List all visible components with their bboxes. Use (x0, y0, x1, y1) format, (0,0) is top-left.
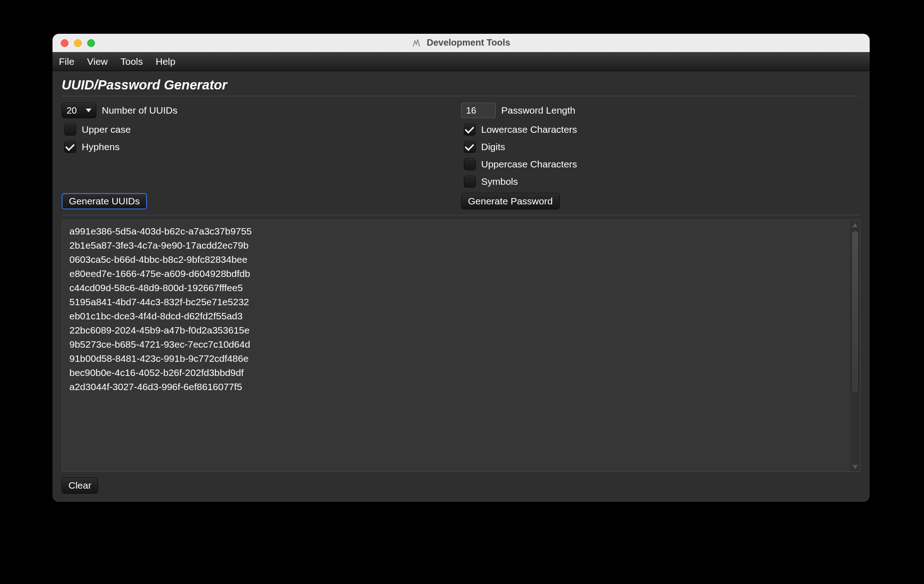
pw-digits-checkbox[interactable] (464, 141, 476, 153)
password-length-label: Password Length (501, 105, 575, 116)
pw-lowercase-checkbox[interactable] (464, 124, 476, 136)
window-title: Development Tools (427, 37, 510, 47)
uuid-uppercase-label: Upper case (82, 124, 131, 135)
pw-lowercase-label: Lowercase Characters (481, 124, 577, 135)
scroll-thumb[interactable] (851, 230, 859, 393)
close-window-button[interactable] (61, 39, 68, 47)
window-controls (61, 39, 95, 47)
pw-digits-label: Digits (481, 141, 505, 152)
password-panel: Password Length Lowercase Characters Dig… (461, 103, 861, 209)
uuid-hyphens-label: Hyphens (82, 141, 120, 152)
pw-uppercase-checkbox[interactable] (464, 158, 476, 170)
uuid-count-label: Number of UUIDs (102, 105, 178, 116)
menu-file[interactable]: File (59, 56, 74, 67)
clear-button[interactable]: Clear (62, 477, 98, 494)
scroll-up-icon[interactable] (850, 220, 860, 229)
output-text[interactable]: a991e386-5d5a-403d-b62c-a7a3c37b9755 2b1… (62, 220, 850, 471)
app-icon (412, 39, 421, 48)
scroll-down-icon[interactable] (850, 462, 860, 471)
pw-symbols-label: Symbols (481, 176, 518, 187)
app-window: Development Tools File View Tools Help U… (52, 34, 870, 502)
menu-view[interactable]: View (87, 56, 108, 67)
output-area: a991e386-5d5a-403d-b62c-a7a3c37b9755 2b1… (62, 220, 861, 472)
uuid-hyphens-checkbox[interactable] (64, 141, 76, 153)
scroll-track[interactable] (850, 229, 860, 462)
content: UUID/Password Generator 20 Number of UUI… (52, 71, 870, 502)
menu-tools[interactable]: Tools (121, 56, 143, 67)
titlebar: Development Tools (52, 34, 870, 52)
pw-uppercase-label: Uppercase Characters (481, 159, 577, 170)
pw-symbols-checkbox[interactable] (464, 176, 476, 188)
menubar: File View Tools Help (52, 52, 870, 71)
generate-uuids-button[interactable]: Generate UUIDs (62, 193, 147, 209)
page-title: UUID/Password Generator (62, 78, 861, 96)
caret-down-icon (86, 109, 91, 112)
menu-help[interactable]: Help (156, 56, 175, 67)
uuid-uppercase-checkbox[interactable] (64, 124, 76, 136)
generate-password-button[interactable]: Generate Password (461, 193, 560, 209)
zoom-window-button[interactable] (87, 39, 95, 47)
uuid-panel: 20 Number of UUIDs Upper case Hyphens Ge… (62, 103, 461, 209)
scrollbar[interactable] (850, 220, 860, 471)
uuid-count-value: 20 (67, 105, 77, 116)
uuid-count-select[interactable]: 20 (62, 103, 96, 118)
minimize-window-button[interactable] (74, 39, 82, 47)
password-length-input[interactable] (461, 103, 496, 118)
